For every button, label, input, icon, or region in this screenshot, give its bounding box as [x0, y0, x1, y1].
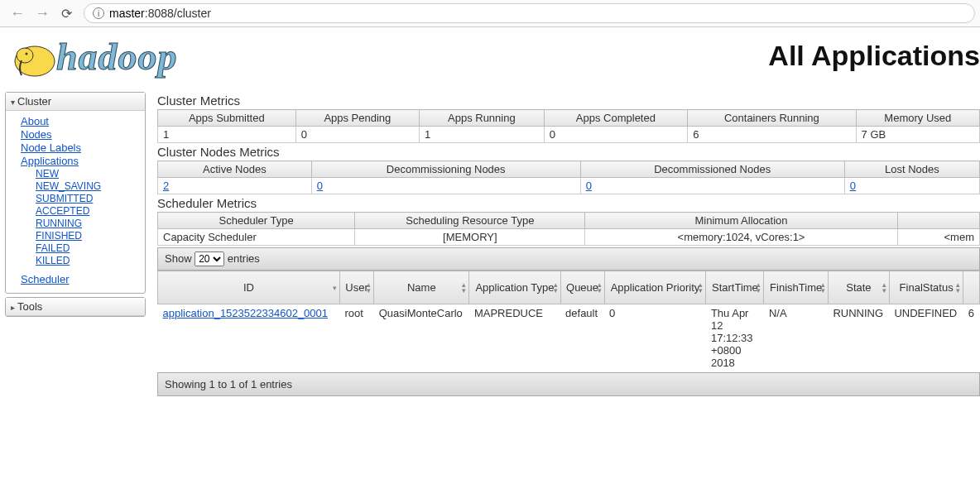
th-apps-running[interactable]: Apps Running	[420, 110, 545, 127]
sidebar-link-failed[interactable]: FAILED	[36, 242, 137, 254]
cell-start: Thu Apr 12 17:12:33 +0800 2018	[706, 304, 764, 372]
th-app-type[interactable]: Application Type▴▾	[469, 271, 560, 304]
svg-point-2	[26, 53, 28, 55]
sidebar-link-node-labels[interactable]: Node Labels	[21, 141, 137, 154]
decommissioning-nodes-link[interactable]: 0	[317, 180, 323, 192]
sort-icon: ▴▾	[598, 282, 602, 294]
cell-extra: 6	[963, 304, 980, 372]
th-priority[interactable]: Application Priority▴▾	[604, 271, 706, 304]
td-decommissioned-nodes: 0	[580, 178, 844, 194]
sort-icon: ▴▾	[821, 282, 825, 294]
url-bar[interactable]: i master:8088/cluster	[84, 3, 975, 23]
nodes-metrics-table: Active Nodes Decommissioning Nodes Decom…	[157, 160, 980, 194]
td-apps-completed: 0	[544, 127, 688, 143]
cell-user: root	[340, 304, 374, 372]
th-active-nodes[interactable]: Active Nodes	[158, 161, 312, 178]
table-info: Showing 1 to 1 of 1 entries	[157, 372, 980, 396]
page-size-select[interactable]: 20	[195, 251, 224, 266]
scheduler-metrics-table: Scheduler Type Scheduling Resource Type …	[157, 212, 980, 246]
sidebar-link-submitted[interactable]: SUBMITTED	[36, 193, 137, 204]
logo[interactable]: hadoop	[5, 27, 178, 84]
cluster-metrics-table: Apps Submitted Apps Pending Apps Running…	[157, 109, 980, 143]
th-queue[interactable]: Queue▴▾	[560, 271, 604, 304]
apps-table: ID▾ User▴▾ Name▴▾ Application Type▴▾ Que…	[157, 271, 980, 372]
active-nodes-link[interactable]: 2	[163, 180, 169, 192]
sidebar-tools-header[interactable]: ▸Tools	[6, 298, 145, 316]
caret-down-icon: ▾	[11, 98, 15, 107]
sidebar-link-finished[interactable]: FINISHED	[36, 230, 137, 242]
scheduler-metrics-title: Scheduler Metrics	[157, 196, 980, 210]
forward-arrow-icon[interactable]: →	[30, 5, 55, 22]
sidebar-link-new-saving[interactable]: NEW_SAVING	[36, 180, 137, 192]
cell-type: MAPREDUCE	[469, 304, 560, 372]
cell-final: UNDEFINED	[889, 304, 963, 372]
th-finalstatus[interactable]: FinalStatus▴▾	[889, 271, 963, 304]
sidebar-link-new[interactable]: NEW	[36, 168, 137, 180]
svg-point-1	[17, 48, 33, 63]
th-decommissioning-nodes[interactable]: Decommissioning Nodes	[311, 161, 580, 178]
th-extra[interactable]	[963, 271, 980, 304]
td-active-nodes: 2	[158, 178, 312, 194]
cell-finish: N/A	[764, 304, 828, 372]
cell-priority: 0	[604, 304, 706, 372]
th-decommissioned-nodes[interactable]: Decommissioned Nodes	[580, 161, 844, 178]
sort-icon: ▾	[333, 285, 337, 290]
app-id-link[interactable]: application_1523522334602_0001	[163, 307, 329, 319]
sidebar-link-about[interactable]: About	[21, 115, 137, 127]
back-arrow-icon[interactable]: ←	[5, 5, 30, 22]
th-apps-completed[interactable]: Apps Completed	[544, 110, 688, 127]
cell-name: QuasiMonteCarlo	[374, 304, 469, 372]
reload-icon[interactable]: ⟳	[55, 6, 79, 22]
sidebar-cluster-box: ▾Cluster About Nodes Node Labels Applica…	[5, 92, 146, 294]
th-finishtime[interactable]: FinishTime▴▾	[764, 271, 828, 304]
sidebar-link-accepted[interactable]: ACCEPTED	[36, 205, 137, 217]
th-apps-submitted[interactable]: Apps Submitted	[158, 110, 296, 127]
header: hadoop All Applications	[0, 27, 980, 87]
td-scheduler-type: Capacity Scheduler	[158, 229, 355, 246]
th-min-allocation[interactable]: Minimum Allocation	[585, 213, 897, 229]
info-icon[interactable]: i	[93, 7, 104, 19]
th-state[interactable]: State▴▾	[828, 271, 889, 304]
th-lost-nodes[interactable]: Lost Nodes	[844, 161, 979, 178]
th-max-allocation[interactable]	[897, 213, 979, 229]
sidebar-link-running[interactable]: RUNNING	[36, 218, 137, 229]
sidebar: ▾Cluster About Nodes Node Labels Applica…	[5, 92, 146, 396]
th-apps-pending[interactable]: Apps Pending	[295, 110, 419, 127]
th-resource-type[interactable]: Scheduling Resource Type	[355, 213, 585, 229]
td-memory-used: 7 GB	[856, 127, 979, 143]
td-lost-nodes: 0	[844, 178, 979, 194]
browser-toolbar: ← → ⟳ i master:8088/cluster	[0, 0, 980, 27]
logo-text: hadoop	[56, 35, 178, 79]
sidebar-cluster-header[interactable]: ▾Cluster	[6, 93, 145, 111]
th-starttime[interactable]: StartTime▴▾	[706, 271, 764, 304]
sidebar-link-killed[interactable]: KILLED	[36, 255, 137, 266]
th-name[interactable]: Name▴▾	[374, 271, 469, 304]
sort-icon: ▴▾	[462, 282, 466, 294]
sort-icon: ▴▾	[882, 282, 886, 294]
decommissioned-nodes-link[interactable]: 0	[586, 180, 592, 192]
caret-right-icon: ▸	[11, 303, 15, 312]
lost-nodes-link[interactable]: 0	[850, 180, 856, 192]
cluster-metrics-title: Cluster Metrics	[157, 93, 980, 108]
sidebar-link-scheduler[interactable]: Scheduler	[21, 273, 137, 285]
td-min-allocation: <memory:1024, vCores:1>	[585, 229, 897, 246]
cell-queue: default	[560, 304, 604, 372]
th-containers-running[interactable]: Containers Running	[688, 110, 856, 127]
main-content: Cluster Metrics Apps Submitted Apps Pend…	[146, 92, 980, 396]
th-memory-used[interactable]: Memory Used	[856, 110, 979, 127]
td-apps-pending: 0	[295, 127, 419, 143]
th-scheduler-type[interactable]: Scheduler Type	[158, 213, 355, 229]
sort-icon: ▴▾	[699, 282, 703, 294]
sidebar-link-applications[interactable]: Applications	[21, 155, 137, 167]
td-resource-type: [MEMORY]	[355, 229, 585, 246]
cell-state: RUNNING	[828, 304, 889, 372]
sidebar-link-nodes[interactable]: Nodes	[21, 128, 137, 141]
nodes-metrics-title: Cluster Nodes Metrics	[157, 145, 980, 159]
apps-length-toolbar: Show 20 entries	[157, 247, 980, 271]
th-id[interactable]: ID▾	[158, 271, 340, 304]
sort-icon: ▴▾	[956, 282, 960, 294]
table-row: application_1523522334602_0001 root Quas…	[158, 304, 980, 372]
td-decommissioning-nodes: 0	[311, 178, 580, 194]
td-apps-running: 1	[420, 127, 545, 143]
th-user[interactable]: User▴▾	[340, 271, 374, 304]
